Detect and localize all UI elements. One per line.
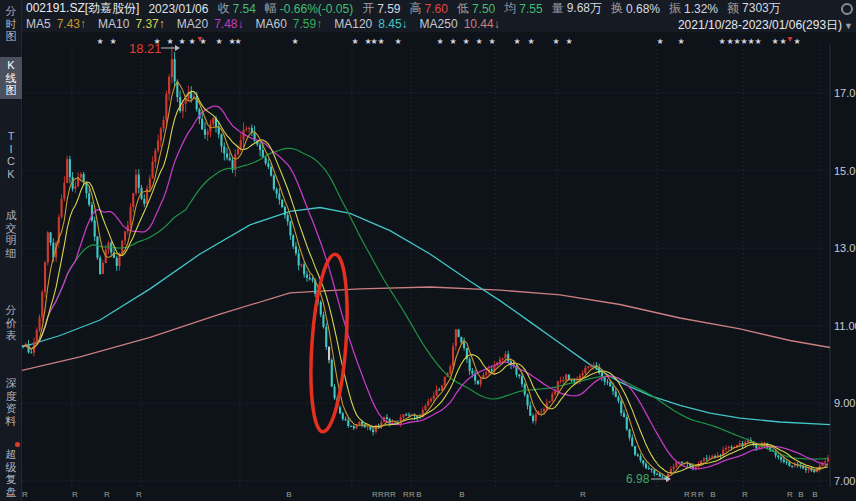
sidebar-item-分时图[interactable]: 分时图 — [0, 3, 22, 45]
chevron-down-icon: ▼ — [844, 21, 853, 31]
event-star-icon[interactable]: ★ — [656, 37, 663, 46]
event-star-icon[interactable]: ★ — [793, 37, 800, 46]
quote-field-均: 均7.55 — [504, 0, 542, 17]
announcement-mark[interactable]: R — [691, 490, 697, 499]
ma-values: MA57.43↑MA107.37↑MA207.48↓MA607.59↑MA120… — [26, 17, 500, 31]
announcement-mark[interactable]: B — [812, 490, 817, 499]
event-star-icon[interactable]: ★ — [449, 37, 456, 46]
y-axis-label: 13.00 — [834, 242, 856, 254]
event-star-icon[interactable]: ★ — [234, 37, 241, 46]
field-value: 7303万 — [742, 0, 781, 17]
ma-value: 7.43↑ — [57, 17, 86, 31]
announcement-mark[interactable]: B — [416, 490, 421, 499]
y-axis-label: 17.00 — [834, 87, 856, 99]
kline-screen: 002191.SZ[劲嘉股份] 2023/01/06 收7.54幅-0.66%(… — [0, 0, 856, 501]
event-star-icon[interactable]: ★ — [779, 37, 786, 46]
event-star-icon[interactable]: ★ — [436, 37, 443, 46]
announcement-mark[interactable]: B — [798, 490, 803, 499]
quote-field-幅: 幅-0.66%(-0.05) — [265, 0, 353, 17]
ma-item-MA5: MA57.43↑ — [26, 17, 86, 31]
announcement-mark[interactable]: R — [580, 490, 586, 499]
y-axis-label: 9.00 — [834, 397, 855, 409]
field-label: 高 — [410, 0, 422, 17]
ma-item-MA20: MA207.48↓ — [177, 17, 244, 31]
announcement-mark[interactable]: B — [286, 490, 291, 499]
sidebar-item-成交明细[interactable]: 成交明细 — [0, 207, 22, 261]
announcement-mark[interactable]: R — [698, 490, 704, 499]
announcement-mark[interactable]: B — [459, 490, 464, 499]
ma-item-MA120: MA1208.45↓ — [334, 17, 407, 31]
event-star-icon[interactable]: ★ — [291, 37, 298, 46]
event-star-icon[interactable]: ★ — [754, 37, 761, 46]
event-star-icon[interactable]: ★ — [166, 37, 173, 46]
announcement-mark[interactable]: R — [22, 490, 28, 499]
announcement-mark[interactable]: R — [742, 490, 748, 499]
event-star-icon[interactable]: ★ — [153, 37, 160, 46]
field-label: 换 — [611, 0, 623, 17]
event-star-icon[interactable]: ★ — [552, 37, 559, 46]
announcement-mark[interactable]: R — [136, 490, 142, 499]
stock-code: 002191.SZ[劲嘉股份] — [26, 0, 139, 17]
announcement-mark[interactable]: R — [390, 490, 396, 499]
left-sidebar: 分时图K线图TICK成交明细分价表深度资料超级复盘 — [0, 0, 22, 501]
announcement-mark[interactable]: B — [710, 490, 715, 499]
field-value: -0.66%(-0.05) — [280, 2, 353, 16]
event-star-icon[interactable]: ★ — [351, 37, 358, 46]
event-star-icon[interactable]: ★ — [718, 37, 725, 46]
event-star-icon[interactable]: ★ — [527, 37, 534, 46]
quote-field-低: 低7.50 — [457, 0, 495, 17]
quote-field-开: 开7.59 — [362, 0, 400, 17]
event-star-icon[interactable]: ★ — [488, 37, 495, 46]
field-value: 1.32% — [684, 2, 718, 16]
field-value: 7.59 — [377, 2, 400, 16]
event-star-icon[interactable]: ★ — [109, 37, 116, 46]
event-star-icon[interactable]: ★ — [96, 37, 103, 46]
ma-value: 10.44↓ — [464, 17, 500, 31]
y-axis-label: 15.00 — [834, 165, 856, 177]
event-star-icon[interactable]: ★ — [475, 37, 482, 46]
event-star-icon[interactable]: ★ — [377, 37, 384, 46]
event-star-icon[interactable]: ★ — [771, 37, 778, 46]
event-star-icon[interactable]: ★ — [394, 37, 401, 46]
event-star-icon[interactable]: ★ — [188, 37, 195, 46]
event-star-icon[interactable]: ★ — [565, 37, 572, 46]
field-label: 量 — [552, 0, 564, 17]
event-red-flag-icon[interactable] — [788, 37, 793, 42]
low-price-label: 6.98 — [626, 472, 650, 486]
kline-chart[interactable]: 18.216.9817.0015.0013.0011.009.007.00★★★… — [22, 32, 856, 501]
sidebar-item-深度资料[interactable]: 深度资料 — [0, 375, 22, 429]
announcement-mark[interactable]: R — [104, 490, 110, 499]
event-star-icon[interactable]: ★ — [22, 37, 23, 46]
event-star-icon[interactable]: ★ — [178, 37, 185, 46]
gear-icon[interactable] — [841, 3, 853, 15]
ma-value: 7.59↑ — [293, 17, 322, 31]
announcement-mark[interactable]: R — [684, 490, 690, 499]
ma5-line — [23, 82, 828, 477]
ma-item-MA10: MA107.37↑ — [98, 17, 165, 31]
ma-value: 8.45↓ — [378, 17, 407, 31]
event-star-icon[interactable]: ★ — [462, 37, 469, 46]
announcement-mark[interactable]: R — [787, 490, 793, 499]
announcement-mark[interactable]: R — [72, 490, 78, 499]
quote-field-量: 量9.68万 — [552, 0, 602, 17]
sidebar-item-K线图[interactable]: K线图 — [0, 57, 22, 99]
field-value: 7.54 — [232, 2, 255, 16]
sidebar-item-分价表[interactable]: 分价表 — [0, 302, 22, 344]
announcement-mark[interactable]: R — [409, 490, 415, 499]
field-label: 收 — [217, 0, 229, 17]
event-star-icon[interactable]: ★ — [513, 37, 520, 46]
field-value: 0.68% — [626, 2, 660, 16]
sidebar-item-超级复盘[interactable]: 超级复盘 — [0, 446, 22, 500]
y-axis-label: 7.00 — [834, 475, 855, 487]
sidebar-item-TICK[interactable]: TICK — [0, 128, 22, 182]
y-axis-label: 11.00 — [834, 320, 856, 332]
field-value: 9.68万 — [567, 0, 602, 17]
candles[interactable] — [22, 46, 829, 482]
ma-value: 7.37↑ — [135, 17, 164, 31]
ma250-line — [22, 287, 830, 370]
ma-label: MA10 — [98, 17, 129, 31]
field-value: 7.55 — [519, 2, 542, 16]
field-label: 均 — [504, 0, 516, 17]
event-star-icon[interactable]: ★ — [215, 37, 222, 46]
event-star-icon[interactable]: ★ — [677, 37, 684, 46]
